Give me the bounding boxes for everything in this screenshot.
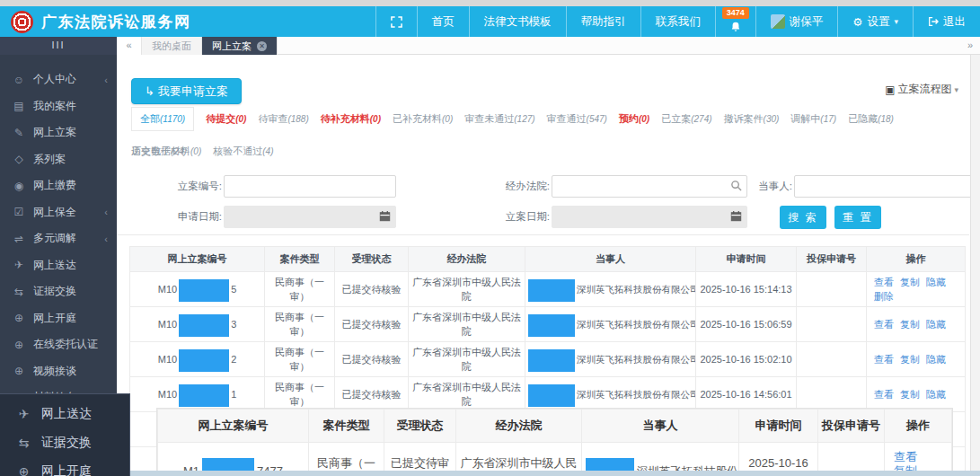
nav-link[interactable]: 帮助指引	[566, 6, 640, 37]
action-copy[interactable]: 复制	[900, 387, 920, 401]
filter-tab[interactable]: 已补充材料(0)	[393, 108, 453, 130]
sidebar-item-label: 网上缴费	[33, 178, 76, 193]
calendar-icon[interactable]	[730, 210, 742, 222]
action-delete[interactable]: 删除	[874, 289, 894, 304]
filter-tab[interactable]: 待补充材料(0)	[321, 108, 381, 130]
site-title: 广东法院诉讼服务网	[41, 12, 191, 32]
insurance-no-cell	[797, 342, 867, 377]
filter-count: (0)	[190, 146, 201, 156]
search-button[interactable]: 搜 索	[780, 206, 826, 229]
applied-time-cell: 2025-10-16 15:02:10	[696, 342, 797, 377]
apply-date-input[interactable]	[224, 206, 396, 228]
magnified-sidebar-item[interactable]: ⊕网上开庭	[0, 457, 129, 476]
sidebar-item[interactable]: ⇆证据交换	[0, 278, 117, 305]
reset-button[interactable]: 重 置	[834, 206, 881, 229]
action-copy[interactable]: 复制	[900, 275, 920, 289]
workspace-tab[interactable]: 网上立案✕	[202, 37, 278, 55]
sidebar-item[interactable]: ◇系列案	[0, 146, 117, 173]
sidebar-item[interactable]: ⊕网上开庭	[0, 305, 117, 332]
nav-link[interactable]: 法律文书模板	[469, 6, 566, 37]
action-copy[interactable]: 复制	[900, 317, 920, 331]
status-cell: 已提交待核验	[335, 272, 409, 307]
court-input[interactable]	[552, 175, 747, 198]
history-filter-row: 历史数据(24)	[131, 140, 187, 163]
action-copy[interactable]: 复制	[900, 352, 920, 366]
preservation-shield-icon: ☑	[13, 206, 25, 218]
sidebar-item[interactable]: ☺个人中心‹	[0, 66, 117, 93]
filter-tab[interactable]: 待提交(0)	[206, 108, 246, 130]
filter-tab[interactable]: 核验不通过(4)	[213, 140, 273, 163]
vertical-scroll-gutter[interactable]	[970, 55, 980, 476]
filter-tab[interactable]: 审查通过(547)	[547, 108, 607, 130]
scroll-tabs-right-button[interactable]: »	[967, 37, 973, 54]
party-cell: 深圳英飞拓科技股份有限公司	[525, 307, 696, 342]
filter-count: (4)	[262, 146, 273, 156]
sidebar-item[interactable]: ▤我的案件	[0, 93, 117, 120]
filter-tab[interactable]: 全部(1170)	[131, 107, 194, 131]
close-icon[interactable]: ✕	[257, 41, 267, 51]
action-hide[interactable]: 隐藏	[926, 352, 946, 366]
action-view[interactable]: 查看	[874, 352, 894, 366]
nav-link[interactable]: 首页	[417, 6, 469, 37]
notifications-button[interactable]: 3474	[715, 6, 755, 37]
nav-link[interactable]: 联系我们	[640, 6, 715, 37]
horizontal-scrollbar[interactable]	[130, 471, 980, 476]
column-header: 网上立案编号	[130, 247, 265, 272]
nav-link-label: 联系我们	[656, 14, 701, 30]
magnified-sidebar-item[interactable]: ✈网上送达	[0, 400, 129, 428]
filing-edit-icon: ✎	[13, 127, 25, 139]
sidebar-item[interactable]: ◉网上缴费	[0, 172, 117, 199]
filter-tab[interactable]: 待审查(188)	[258, 108, 308, 130]
applied-time-cell: 2025-10-16 14:56:01	[696, 377, 797, 412]
scroll-tabs-left-button[interactable]: «	[117, 37, 142, 55]
case-no-label: 立案编号:	[166, 180, 222, 193]
sidebar-item[interactable]: ⊕视频接谈	[0, 358, 117, 385]
logout-button[interactable]: 退出	[913, 6, 980, 37]
filter-tab[interactable]: 撤诉案件(30)	[724, 108, 780, 130]
sidebar-item[interactable]: ✎网上立案	[0, 119, 117, 146]
filter-tab[interactable]: 已隐藏(18)	[848, 108, 894, 130]
action-hide[interactable]: 隐藏	[926, 387, 946, 401]
case-type-cell: 民商事（一审）	[265, 307, 335, 342]
workspace-tabbar: III « 我的桌面网上立案✕ »	[0, 37, 980, 55]
mediation-icon: ⇌	[13, 233, 25, 245]
filing-flowchart-link[interactable]: ▣ 立案流程图 ▾	[885, 82, 958, 97]
filter-label: 已立案	[661, 113, 691, 124]
action-hide[interactable]: 隐藏	[926, 275, 946, 289]
sidebar-collapse-toggle[interactable]: III	[0, 37, 117, 55]
court-emblem-logo	[11, 11, 33, 33]
action-view[interactable]: 查看	[874, 317, 894, 331]
apply-filing-button[interactable]: ↳ 我要申请立案	[131, 78, 242, 104]
filter-label: 已隐藏	[848, 113, 878, 124]
filter-tab-history[interactable]: 历史数据(24)	[131, 140, 187, 163]
action-view[interactable]: 查看	[894, 450, 917, 464]
filter-label: 审查未通过	[464, 113, 514, 124]
case-no-input[interactable]	[224, 175, 396, 198]
filter-tab[interactable]: 预约(0)	[619, 108, 649, 130]
filter-tab[interactable]: 已立案(274)	[661, 108, 711, 130]
action-links: 查看复制隐藏删除	[874, 275, 962, 304]
workspace-tab[interactable]: 我的桌面	[142, 37, 202, 55]
magnified-sidebar-item[interactable]: ⇆证据交换	[0, 428, 129, 457]
chevron-left-icon: ‹	[104, 75, 108, 85]
tab-label: 网上立案	[212, 38, 252, 55]
party-input[interactable]	[794, 175, 972, 198]
sidebar-item[interactable]: ⇌多元调解‹	[0, 225, 117, 252]
actions-cell: 查看复制隐藏	[867, 377, 966, 412]
action-view[interactable]: 查看	[874, 387, 894, 401]
sidebar-item[interactable]: ☑网上保全‹	[0, 199, 117, 226]
action-hide[interactable]: 隐藏	[926, 317, 946, 331]
settings-menu[interactable]: ⚙ 设置 ▾	[837, 6, 913, 37]
sidebar-item[interactable]: ⊕在线委托认证	[0, 331, 117, 358]
user-menu[interactable]: 谢保平	[755, 6, 838, 37]
filter-tab[interactable]: 审查未通过(127)	[464, 108, 534, 130]
video-meeting-icon: ⊕	[13, 365, 25, 377]
fullscreen-button[interactable]	[375, 6, 417, 37]
filing-date-input[interactable]	[552, 206, 747, 228]
filter-tab[interactable]: 调解中(17)	[790, 108, 836, 130]
sidebar-item[interactable]: ✈网上送达	[0, 252, 117, 279]
calendar-icon[interactable]	[379, 210, 391, 222]
party-name: 深圳英飞拓科技股份有限公司	[577, 319, 696, 330]
action-view[interactable]: 查看	[874, 275, 894, 289]
search-icon[interactable]	[730, 180, 742, 191]
